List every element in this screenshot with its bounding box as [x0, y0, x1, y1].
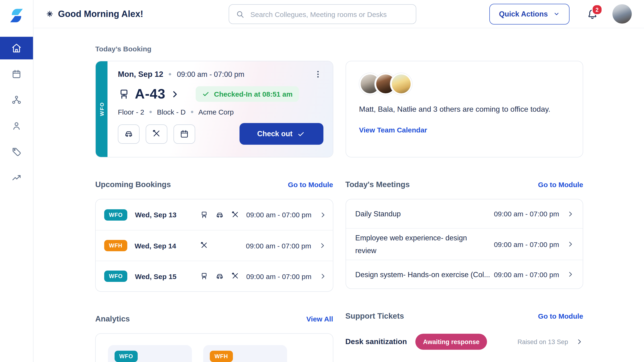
- cutlery-icon: [152, 129, 161, 138]
- tickets-go-to-module-link[interactable]: Go to Module: [538, 312, 583, 320]
- trending-up-icon: [11, 172, 22, 183]
- chevron-right-icon[interactable]: [319, 211, 326, 218]
- support-tickets-title: Support Tickets: [345, 312, 404, 320]
- meeting-row[interactable]: Design system- Hands-on exercise (Col...…: [346, 260, 583, 289]
- meeting-time: 09:00 am - 07:00 pm: [494, 270, 559, 278]
- app-logo[interactable]: [8, 6, 26, 24]
- booking-menu-button[interactable]: [312, 69, 323, 80]
- meeting-time: 09:00 am - 07:00 pm: [494, 210, 559, 218]
- chevron-right-icon[interactable]: [319, 272, 326, 280]
- transport-service-button[interactable]: [118, 124, 140, 144]
- search-box[interactable]: [229, 4, 416, 24]
- todays-meetings-card: Daily Standup 09:00 am - 07:00 pm Employ…: [345, 199, 583, 289]
- left-column: Today’s Booking WFO Mon, Sep 12 09:00 am…: [95, 28, 333, 362]
- sidebar-item-teams[interactable]: [0, 88, 33, 111]
- analytics-title: Analytics: [95, 314, 130, 323]
- calendar-service-button[interactable]: [174, 124, 195, 144]
- ticket-row[interactable]: Desk sanitization Awaiting response Rais…: [345, 331, 583, 353]
- cutlery-icon: [231, 272, 240, 280]
- meeting-row[interactable]: Daily Standup 09:00 am - 07:00 pm: [346, 200, 583, 228]
- check-out-button[interactable]: Check out: [239, 123, 323, 145]
- booking-row[interactable]: WFO Wed, Sep 15 09:00 am - 07:00 pm: [96, 261, 332, 291]
- booking-row-time: 09:00 am - 07:00 pm: [246, 272, 312, 280]
- analytics-card: WFO WFH: [95, 333, 333, 362]
- car-icon: [124, 129, 134, 138]
- wfo-badge: WFO: [104, 270, 127, 282]
- booking-date: Mon, Sep 12: [118, 70, 163, 79]
- notification-badge: 2: [592, 4, 602, 15]
- cutlery-icon: [200, 241, 208, 250]
- meetings-go-to-module-link[interactable]: Go to Module: [538, 180, 583, 188]
- wfo-badge: WFO: [114, 351, 138, 362]
- view-team-calendar-link[interactable]: View Team Calendar: [359, 126, 427, 134]
- main-area: Good Morning Alex! Quick Actions 2: [34, 0, 644, 362]
- right-column: Matt, Bala, Natlie and 3 others are comi…: [345, 28, 583, 362]
- booking-row[interactable]: WFO Wed, Sep 13 09:00 am - 07:00 pm: [96, 200, 332, 230]
- section-title-todays-booking: Today’s Booking: [95, 44, 333, 54]
- booking-floor: Floor - 2: [118, 108, 144, 116]
- checkin-status: Checked-In at 08:51 am: [196, 86, 299, 102]
- booking-row-date: Wed, Sep 14: [134, 242, 184, 250]
- booking-row-date: Wed, Sep 15: [135, 272, 184, 280]
- meeting-name: Daily Standup: [355, 208, 401, 220]
- header-actions: Quick Actions 2: [490, 4, 632, 24]
- dot-separator: [150, 111, 152, 113]
- sidebar: [0, 0, 34, 362]
- sidebar-item-home[interactable]: [0, 37, 33, 60]
- cutlery-icon: [231, 210, 240, 219]
- desk-icon: [118, 88, 130, 100]
- team-attendance-card: Matt, Bala, Natlie and 3 others are comi…: [345, 61, 583, 158]
- sidebar-item-people[interactable]: [0, 114, 33, 137]
- quick-actions-button[interactable]: Quick Actions: [490, 4, 570, 24]
- tag-icon: [11, 146, 22, 157]
- desk-icon: [200, 210, 208, 219]
- booking-row-date: Wed, Sep 13: [135, 211, 184, 219]
- home-icon: [11, 43, 22, 53]
- booking-row[interactable]: WFH Wed, Sep 14 09:00 am - 07:00 pm: [96, 230, 332, 261]
- notifications-button[interactable]: 2: [586, 8, 598, 20]
- wfh-badge: WFH: [210, 351, 233, 362]
- meal-service-button[interactable]: [146, 124, 167, 144]
- check-icon: [202, 90, 210, 98]
- sparkle-icon: [46, 10, 54, 18]
- wfo-badge: WFO: [104, 209, 127, 220]
- sidebar-item-tickets[interactable]: [0, 140, 33, 163]
- wfo-stripe: WFO: [96, 61, 108, 157]
- booking-row-services: [200, 272, 246, 280]
- booking-row-services: [200, 241, 246, 250]
- chevron-right-icon[interactable]: [567, 240, 574, 248]
- analytics-wfh-chip[interactable]: WFH: [203, 345, 287, 362]
- org-hierarchy-icon: [11, 95, 22, 105]
- desk-details-chevron[interactable]: [170, 89, 180, 99]
- check-icon: [297, 130, 305, 138]
- car-icon: [216, 272, 224, 280]
- ticket-name: Desk sanitization: [345, 338, 407, 346]
- user-avatar[interactable]: [612, 4, 632, 24]
- search-input[interactable]: [250, 10, 409, 18]
- avatar[interactable]: [390, 73, 412, 95]
- chevron-right-icon[interactable]: [319, 242, 326, 249]
- sidebar-item-bookings[interactable]: [0, 63, 33, 85]
- ticket-raised-date: Raised on 13 Sep: [518, 338, 568, 346]
- chevron-right-icon[interactable]: [567, 271, 574, 278]
- booking-row-time: 09:00 am - 07:00 pm: [246, 211, 312, 219]
- upcoming-bookings-title: Upcoming Bookings: [95, 180, 171, 189]
- meeting-time: 09:00 am - 07:00 pm: [494, 240, 559, 248]
- todays-booking-card: WFO Mon, Sep 12 09:00 am - 07:00 pm: [95, 61, 333, 158]
- search-icon: [236, 10, 245, 18]
- analytics-wfo-chip[interactable]: WFO: [108, 345, 192, 362]
- car-icon: [216, 210, 224, 219]
- chevron-right-icon[interactable]: [567, 210, 574, 218]
- meeting-name: Employee web experience- design review: [355, 232, 473, 257]
- dot-separator: [169, 73, 171, 76]
- upcoming-go-to-module-link[interactable]: Go to Module: [288, 180, 333, 188]
- desk-icon: [200, 272, 208, 280]
- sidebar-item-analytics[interactable]: [0, 166, 33, 189]
- chevron-right-icon[interactable]: [576, 338, 583, 346]
- dot-separator: [191, 111, 193, 113]
- team-message: Matt, Bala, Natlie and 3 others are comi…: [359, 104, 570, 114]
- chevron-down-icon: [553, 10, 560, 18]
- analytics-view-all-link[interactable]: View All: [306, 315, 333, 323]
- meeting-row[interactable]: Employee web experience- design review 0…: [346, 228, 583, 260]
- ticket-status-badge: Awaiting response: [415, 334, 487, 350]
